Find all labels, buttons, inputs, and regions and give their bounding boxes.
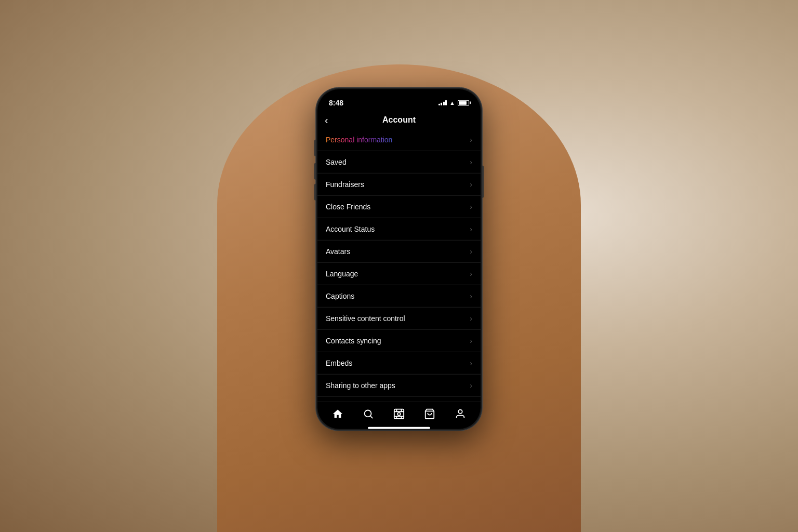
battery-icon	[458, 100, 469, 105]
chevron-icon: ›	[470, 292, 472, 300]
menu-item-label: Close Friends	[326, 203, 370, 211]
chevron-icon: ›	[470, 180, 472, 189]
menu-item-label: Avatars	[326, 247, 350, 256]
chevron-icon: ›	[470, 381, 472, 390]
menu-item[interactable]: Language›	[317, 263, 481, 285]
chevron-icon: ›	[470, 203, 472, 211]
menu-item[interactable]: Contacts syncing›	[317, 330, 481, 352]
home-icon	[332, 408, 343, 420]
chevron-icon: ›	[470, 270, 472, 278]
menu-item[interactable]: Embeds›	[317, 352, 481, 375]
nav-shop[interactable]	[420, 406, 440, 422]
nav-home[interactable]	[328, 406, 348, 422]
page-header: ‹ Account	[317, 112, 481, 129]
menu-item-label: Embeds	[326, 359, 352, 367]
profile-icon	[455, 408, 466, 420]
menu-item[interactable]: Captions›	[317, 285, 481, 308]
volume-up-button	[314, 163, 316, 180]
nav-profile[interactable]	[450, 406, 470, 422]
svg-line-1	[370, 416, 373, 418]
menu-item[interactable]: Account Status›	[317, 218, 481, 241]
silent-switch	[314, 140, 316, 156]
menu-item[interactable]: Close Friends›	[317, 196, 481, 218]
svg-point-0	[365, 410, 371, 417]
nav-search[interactable]	[358, 406, 378, 422]
phone-screen: 8:48 ▲	[317, 89, 481, 429]
chevron-icon: ›	[470, 314, 472, 323]
menu-item[interactable]: Saved›	[317, 151, 481, 174]
svg-point-3	[397, 413, 401, 416]
search-icon	[363, 408, 374, 420]
menu-item-label: Captions	[326, 292, 354, 300]
menu-item[interactable]: Sensitive content control›	[317, 308, 481, 330]
chevron-icon: ›	[470, 158, 472, 166]
menu-item-label: Personal information	[326, 136, 392, 144]
power-button	[482, 166, 484, 198]
scene: 8:48 ▲	[0, 0, 798, 532]
chevron-icon: ›	[470, 247, 472, 256]
svg-rect-2	[394, 409, 404, 419]
bottom-navigation	[317, 402, 481, 425]
menu-item-label: Contacts syncing	[326, 337, 381, 345]
menu-item[interactable]: Personal information›	[317, 129, 481, 151]
svg-point-11	[458, 410, 462, 414]
chevron-icon: ›	[470, 359, 472, 367]
menu-item-label: Language	[326, 270, 358, 278]
reels-icon	[393, 408, 405, 420]
menu-item[interactable]: Avatars›	[317, 241, 481, 263]
dynamic-island	[376, 95, 422, 109]
menu-item[interactable]: Fundraisers›	[317, 174, 481, 196]
menu-item-label: Sensitive content control	[326, 314, 405, 323]
wifi-icon: ▲	[449, 100, 455, 106]
volume-down-button	[314, 184, 316, 201]
chevron-icon: ›	[470, 225, 472, 233]
shop-icon	[424, 408, 435, 420]
account-menu-list: Personal information›Saved›Fundraisers›C…	[317, 129, 481, 402]
signal-icon	[438, 100, 447, 105]
status-icons: ▲	[438, 100, 469, 106]
nav-reels[interactable]	[389, 406, 409, 422]
status-time: 8:48	[329, 99, 343, 107]
menu-item[interactable]: Sharing to other apps›	[317, 375, 481, 397]
menu-item-label: Sharing to other apps	[326, 381, 395, 390]
phone: 8:48 ▲	[316, 88, 482, 431]
menu-item-label: Saved	[326, 158, 347, 166]
phone-wrapper: 8:48 ▲	[316, 88, 482, 431]
menu-item-label: Account Status	[326, 225, 375, 233]
home-indicator	[368, 427, 430, 429]
chevron-icon: ›	[470, 337, 472, 345]
page-title: Account	[382, 115, 416, 125]
menu-item-label: Fundraisers	[326, 180, 364, 189]
menu-item[interactable]: Data usage›	[317, 397, 481, 402]
back-button[interactable]: ‹	[325, 114, 328, 126]
chevron-icon: ›	[470, 136, 472, 144]
